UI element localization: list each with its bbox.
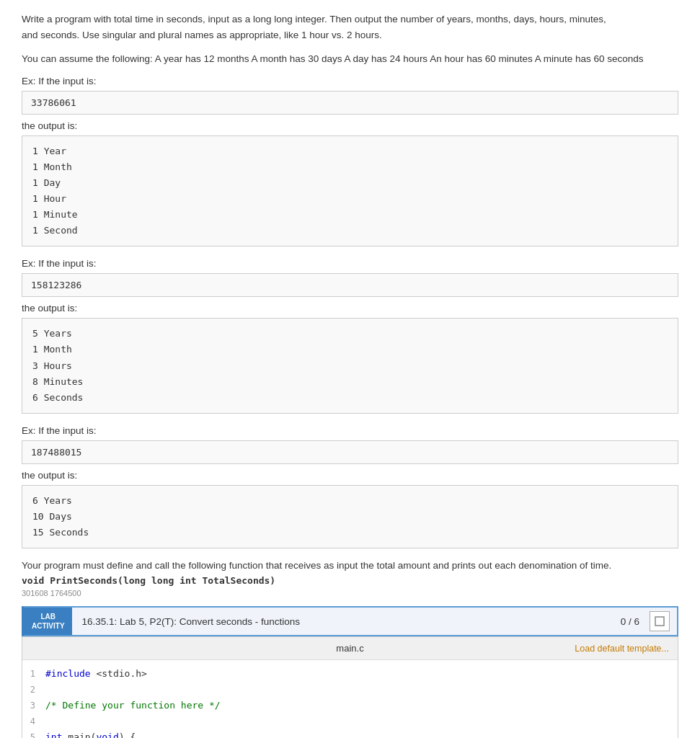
example-2: Ex: If the input is: 158123286 the outpu…: [22, 258, 678, 413]
lab-badge: LAB ACTIVITY: [25, 608, 72, 635]
load-template-button[interactable]: Load default template...: [575, 644, 669, 654]
example-1: Ex: If the input is: 33786061 the output…: [22, 76, 678, 247]
example-2-output: 5 Years 1 Month 3 Hours 8 Minutes 6 Seco…: [22, 318, 678, 413]
lab-title: 16.35.1: Lab 5, P2(T): Convert seconds -…: [72, 609, 611, 634]
example-1-label: Ex: If the input is:: [22, 76, 678, 86]
function-signature: void PrintSeconds(long long int TotalSec…: [22, 575, 678, 586]
example-3-output-label: the output is:: [22, 470, 678, 481]
lab-expand-icon[interactable]: [650, 611, 670, 631]
item-id: 301608 1764500: [22, 589, 678, 597]
assumption-text: You can assume the following: A year has…: [22, 51, 678, 67]
example-3: Ex: If the input is: 187488015 the outpu…: [22, 425, 678, 548]
example-1-input: 33786061: [22, 91, 678, 115]
svg-rect-0: [655, 617, 664, 626]
code-line-4: 4: [22, 713, 678, 729]
lab-score: 0 / 6: [611, 609, 650, 634]
footer-description: Your program must define and call the fo…: [22, 560, 678, 571]
description-text: Write a program with total time in secon…: [22, 12, 678, 43]
editor-filename: main.c: [336, 643, 363, 654]
example-3-output: 6 Years 10 Days 15 Seconds: [22, 485, 678, 548]
editor-header: main.c Load default template...: [22, 637, 678, 660]
lab-activity-bar: LAB ACTIVITY 16.35.1: Lab 5, P2(T): Conv…: [22, 606, 678, 636]
example-2-label: Ex: If the input is:: [22, 258, 678, 269]
code-line-5: 5 int main(void) {: [22, 729, 678, 738]
code-editor: main.c Load default template... 1 #inclu…: [22, 636, 678, 738]
example-1-output: 1 Year 1 Month 1 Day 1 Hour 1 Minute 1 S…: [22, 135, 678, 247]
code-lines-container[interactable]: 1 #include <stdio.h> 2 3 /* Define your …: [22, 660, 678, 738]
example-3-input: 187488015: [22, 440, 678, 464]
code-line-1: 1 #include <stdio.h>: [22, 666, 678, 682]
code-line-2: 2: [22, 682, 678, 698]
example-1-output-label: the output is:: [22, 120, 678, 131]
code-line-3: 3 /* Define your function here */: [22, 698, 678, 713]
example-2-input: 158123286: [22, 273, 678, 297]
example-2-output-label: the output is:: [22, 303, 678, 314]
example-3-label: Ex: If the input is:: [22, 425, 678, 436]
